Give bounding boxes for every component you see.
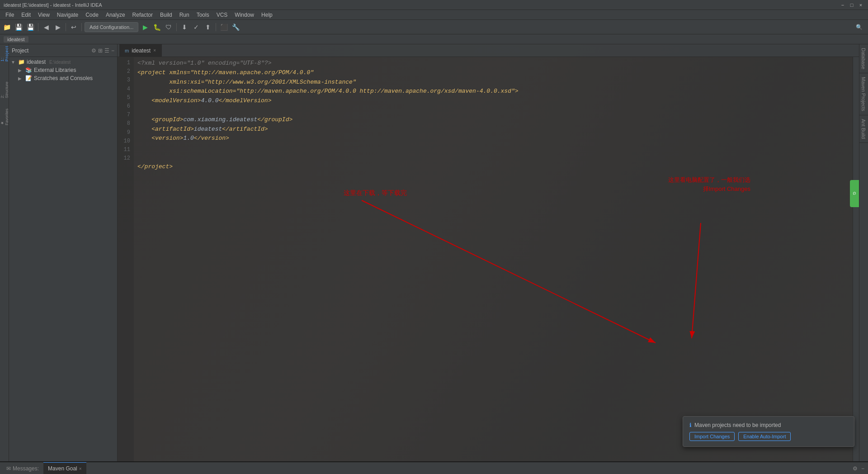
- code-line-4: xsi:schemaLocation="http://maven.apache.…: [137, 87, 855, 96]
- code-line-1: <?xml version="1.0" encoding="UTF-8"?>: [137, 59, 855, 68]
- right-tool-panels: Database Maven Projects Ant Build: [859, 44, 868, 461]
- sidebar-project-icon[interactable]: 1: Project: [0, 50, 9, 58]
- notification-popup: ℹ Maven projects need to be imported Imp…: [683, 416, 854, 447]
- save-button[interactable]: 💾: [14, 22, 24, 32]
- project-panel-settings[interactable]: ☰: [104, 47, 109, 54]
- forward-button[interactable]: ▶: [53, 22, 63, 32]
- enable-auto-import-button[interactable]: Enable Auto-Import: [738, 432, 791, 441]
- editor-area: m ideatest × 1 2 3 4 5 6 7 8 9 10 11 12: [118, 44, 859, 461]
- vcs-button[interactable]: ⬇: [179, 22, 189, 32]
- menu-view[interactable]: View: [34, 11, 53, 19]
- commit-button[interactable]: ✓: [191, 22, 201, 32]
- tab-messages[interactable]: ✉ Messages:: [2, 462, 43, 474]
- code-editor[interactable]: 1 2 3 4 5 6 7 8 9 10 11 12 <?xml version…: [118, 57, 859, 461]
- messages-icon: ✉: [6, 465, 11, 472]
- menu-help[interactable]: Help: [258, 11, 276, 19]
- tree-item-ideatest[interactable]: ▼ 📁 ideatest E:\ideatest: [9, 58, 117, 66]
- menu-code[interactable]: Code: [82, 11, 102, 19]
- editor-tab-ideatest[interactable]: m ideatest ×: [119, 44, 162, 57]
- left-sidebar: 1: Project 2: Structure ★ Favorites: [0, 44, 9, 461]
- code-line-3: xmlns:xsi="http://www.w3.org/2001/XMLSch…: [137, 78, 855, 87]
- main-layout: 1: Project 2: Structure ★ Favorites Proj…: [0, 44, 868, 461]
- project-tree: ▼ 📁 ideatest E:\ideatest ▶ 📚 External Li…: [9, 57, 117, 461]
- breadcrumb-ideatest: ideatest: [4, 36, 28, 43]
- toolbar: 📁 💾 💾 ◀ ▶ ↩ Add Configuration... ▶ 🐛 🛡 ⬇…: [0, 20, 868, 34]
- chevron-right-icon: ▶: [18, 68, 24, 73]
- titlebar: ideatest [E:\ideatest] - ideatest - Inte…: [0, 0, 868, 10]
- tree-item-scratches[interactable]: ▶ 📝 Scratches and Consoles: [9, 74, 117, 82]
- close-button[interactable]: ×: [857, 1, 864, 9]
- menu-tools[interactable]: Tools: [193, 11, 213, 19]
- code-line-8: <artifactId>ideatest</artifactId>: [137, 125, 855, 134]
- debug-button[interactable]: 🐛: [152, 22, 162, 32]
- bottom-tab-icons: ⚙ −: [852, 462, 868, 474]
- database-panel-tab[interactable]: Database: [859, 44, 868, 73]
- search-everywhere-button[interactable]: 🔍: [856, 24, 866, 30]
- project-panel-gear[interactable]: ⚙: [91, 47, 96, 54]
- green-side-badge[interactable]: G: [850, 180, 859, 207]
- menu-run[interactable]: Run: [176, 11, 193, 19]
- annotation-downloading: 这里在下载，等下载完: [344, 189, 407, 197]
- menu-refactor[interactable]: Refactor: [129, 11, 156, 19]
- tree-item-external-libraries[interactable]: ▶ 📚 External Libraries: [9, 66, 117, 74]
- title-text: ideatest [E:\ideatest] - ideatest - Inte…: [4, 2, 102, 8]
- bottom-gear-icon[interactable]: ⚙: [852, 465, 859, 473]
- menu-analyze[interactable]: Analyze: [102, 11, 129, 19]
- menu-file[interactable]: File: [2, 11, 18, 19]
- project-panel: Project ⚙ ⊞ ☰ − ▼ 📁 ideatest E:\ideatest…: [9, 44, 118, 461]
- tab-close-maven[interactable]: ×: [79, 466, 82, 471]
- menu-edit[interactable]: Edit: [18, 11, 34, 19]
- run-button[interactable]: ▶: [140, 22, 150, 32]
- info-icon: ℹ: [689, 422, 692, 428]
- separator-3: [81, 23, 82, 31]
- code-line-7: <groupId>com.xiaoming.ideatest</groupId>: [137, 115, 855, 125]
- editor-right-gutter: [853, 57, 859, 461]
- code-lines[interactable]: <?xml version="1.0" encoding="UTF-8"?> <…: [134, 57, 859, 461]
- code-line-9: <version>1.0</version>: [137, 134, 855, 143]
- menu-navigate[interactable]: Navigate: [53, 11, 82, 19]
- tab-maven-goal[interactable]: Maven Goal ×: [43, 462, 86, 474]
- project-panel-title: Project: [12, 47, 90, 54]
- save-all-button[interactable]: 💾: [25, 22, 35, 32]
- push-button[interactable]: ⬆: [203, 22, 213, 32]
- scratches-label: Scratches and Consoles: [34, 75, 93, 81]
- breadcrumb-bar: ideatest: [0, 34, 868, 44]
- sdk-button[interactable]: 🔧: [231, 22, 241, 32]
- maven-icon: m: [125, 48, 129, 53]
- separator-2: [66, 23, 66, 31]
- notification-actions: Import Changes Enable Auto-Import: [689, 432, 848, 441]
- run-config-button[interactable]: Add Configuration...: [85, 22, 138, 32]
- tab-close-button[interactable]: ×: [153, 48, 156, 53]
- menu-window[interactable]: Window: [231, 11, 258, 19]
- import-changes-button[interactable]: Import Changes: [689, 432, 735, 441]
- open-file-button[interactable]: 📁: [2, 22, 12, 32]
- notification-title: ℹ Maven projects need to be imported: [689, 422, 848, 428]
- project-panel-minimize[interactable]: −: [111, 47, 114, 54]
- code-line-5: <modelVersion>4.0.0</modelVersion>: [137, 96, 855, 106]
- run-coverage-button[interactable]: 🛡: [164, 22, 174, 32]
- separator-1: [38, 23, 38, 31]
- back-button[interactable]: ◀: [41, 22, 51, 32]
- project-panel-config[interactable]: ⊞: [98, 47, 103, 54]
- messages-label: Messages:: [13, 465, 39, 472]
- minimize-button[interactable]: −: [839, 1, 846, 9]
- ant-build-panel-tab[interactable]: Ant Build: [859, 115, 868, 143]
- separator-4: [176, 23, 177, 31]
- menubar: File Edit View Navigate Code Analyze Ref…: [0, 10, 868, 20]
- sidebar-favorites-icon[interactable]: ★ Favorites: [0, 113, 9, 121]
- menu-vcs[interactable]: VCS: [213, 11, 231, 19]
- project-panel-header: Project ⚙ ⊞ ☰ −: [9, 44, 117, 57]
- bottom-minimize-icon[interactable]: −: [860, 465, 865, 473]
- code-line-11: [137, 153, 855, 162]
- menu-build[interactable]: Build: [156, 11, 176, 19]
- separator-5: [216, 23, 216, 31]
- code-line-6: [137, 106, 855, 115]
- code-line-10: [137, 143, 855, 153]
- sidebar-structure-icon[interactable]: 2: Structure: [0, 86, 9, 94]
- undo-button[interactable]: ↩: [69, 22, 79, 32]
- maximize-button[interactable]: □: [848, 1, 855, 9]
- external-libraries-label: External Libraries: [34, 67, 76, 73]
- terminal-button[interactable]: ⬛: [219, 22, 229, 32]
- bottom-tab-bar: ✉ Messages: Maven Goal × ⚙ −: [0, 462, 868, 474]
- maven-projects-panel-tab[interactable]: Maven Projects: [859, 73, 868, 115]
